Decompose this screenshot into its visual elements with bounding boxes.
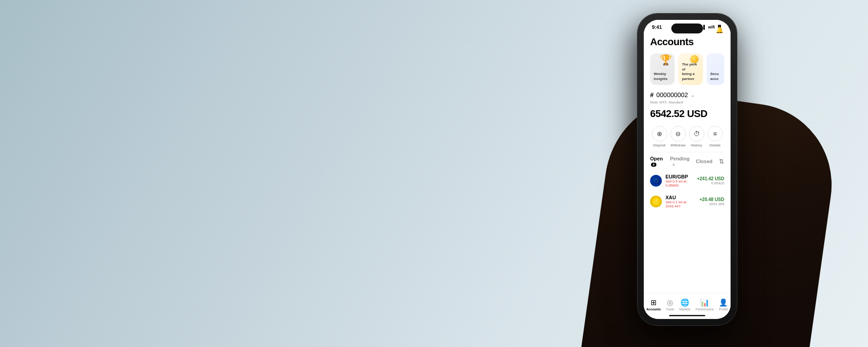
sort-icon[interactable]: ⇅ (719, 158, 724, 165)
trade-pnl-value-eurgbp: +241.42 USD (697, 176, 724, 181)
account-chevron-icon: ⌄ (691, 93, 694, 98)
coin-icon (690, 55, 698, 63)
markets-nav-label: Markets (679, 308, 690, 311)
home-indicator (669, 315, 705, 316)
bottom-nav: ⊞ Accounts ◎ Trade 🌐 Markets 📊 Performan… (644, 293, 731, 315)
wifi-icon: wifi (708, 25, 715, 29)
promo-card-weekly-insights[interactable]: 🏆 WeeklyInsights (650, 53, 675, 85)
flag-xau: ⭐ (650, 196, 662, 207)
details-label: Details (709, 143, 720, 147)
dynamic-island (671, 23, 703, 33)
trade-pnl-xau: +20.48 USD 2041.399 (699, 197, 724, 206)
account-tag-real: Real (650, 100, 657, 104)
trade-price-eurgbp: 0.85420 (697, 181, 724, 185)
action-buttons: ⊕ Deposit ⊖ Withdraw ⏱ History ≡ Details (644, 124, 731, 152)
history-button[interactable]: ⏱ History (689, 126, 704, 147)
trade-nav-label: Trade (666, 308, 674, 311)
profile-nav-label: Profile (719, 308, 728, 311)
phone-frame: 9:41 ▌▌▌ wifi ▐▌ 🔔 Accounts 🏆 WeeklyInsi… (637, 14, 737, 325)
performance-nav-icon: 📊 (700, 298, 709, 307)
trade-list: 🇪🇺 EUR/GBP Sell 0.5 lot at 0.85800 +241.… (644, 169, 731, 214)
page-title: Accounts (650, 36, 724, 48)
notification-bell[interactable]: 🔔 (716, 26, 723, 33)
phone-screen: 9:41 ▌▌▌ wifi ▐▌ 🔔 Accounts 🏆 WeeklyInsi… (644, 20, 731, 319)
tabs-bar: Open 6 Pending 3 Closed ⇅ (644, 152, 731, 169)
tab-pending-badge: 3 (671, 163, 676, 167)
status-time: 9:41 (652, 24, 662, 30)
page-header: Accounts (644, 33, 731, 51)
trade-pair-xau: XAU (665, 195, 696, 200)
accounts-nav-icon: ⊞ (651, 298, 656, 307)
history-icon: ⏱ (689, 126, 704, 141)
balance-amount: 6542.52 USD (650, 108, 708, 119)
perk-partner-label: The perk ofbeing a partner (682, 62, 699, 81)
withdraw-icon: ⊖ (670, 126, 686, 141)
withdraw-label: Withdraw (670, 143, 685, 147)
nav-profile[interactable]: 👤 Profile (719, 298, 728, 311)
tab-pending-label: Pending (670, 156, 689, 161)
accounts-nav-label: Accounts (646, 308, 661, 311)
account-hash: # (650, 91, 654, 98)
tab-open-label: Open (650, 156, 663, 161)
performance-nav-label: Performance (696, 308, 714, 311)
nav-accounts[interactable]: ⊞ Accounts (646, 298, 661, 311)
balance-section: 6542.52 USD (644, 106, 731, 124)
tab-open-badge: 6 (651, 163, 656, 167)
trade-pnl-value-xau: +20.48 USD (699, 197, 724, 202)
tab-pending[interactable]: Pending 3 (670, 156, 689, 167)
trade-info-xau: XAU Sell 0.1 lot at 2043.447 (665, 195, 696, 208)
nav-performance[interactable]: 📊 Performance (696, 298, 714, 311)
markets-nav-icon: 🌐 (680, 298, 689, 307)
deposit-icon: ⊕ (652, 126, 667, 141)
weekly-insights-label: WeeklyInsights (654, 72, 671, 81)
details-icon: ≡ (708, 126, 723, 141)
promo-card-secure[interactable]: Secuacco (707, 53, 724, 85)
secure-label: Secuacco (710, 72, 721, 81)
nav-markets[interactable]: 🌐 Markets (679, 298, 690, 311)
tab-open[interactable]: Open 6 (650, 156, 664, 167)
flag-eurgbp: 🇪🇺 (650, 175, 662, 187)
deposit-button[interactable]: ⊕ Deposit (652, 126, 667, 147)
history-label: History (691, 143, 702, 147)
tab-closed-label: Closed (696, 159, 712, 164)
trophy-icon: 🏆 (660, 54, 672, 66)
tab-closed[interactable]: Closed (696, 159, 712, 164)
screen-body: Accounts 🏆 WeeklyInsights The perk ofbei… (644, 33, 731, 315)
trade-row-eurgbp[interactable]: 🇪🇺 EUR/GBP Sell 0.5 lot at 0.85800 +241.… (644, 170, 731, 191)
trade-pnl-eurgbp: +241.42 USD 0.85420 (697, 176, 724, 185)
trade-detail-xau: Sell 0.1 lot at 2043.447 (665, 200, 696, 208)
details-button[interactable]: ≡ Details (708, 126, 723, 147)
account-tag-standard: Standard (668, 100, 683, 104)
trade-pair-eurgbp: EUR/GBP (665, 174, 693, 179)
profile-nav-icon: 👤 (719, 298, 728, 307)
deposit-label: Deposit (653, 143, 665, 147)
trade-detail-eurgbp: Sell 0.5 lot at 0.85800 (665, 179, 693, 188)
trade-price-xau: 2041.399 (699, 202, 724, 206)
nav-trade[interactable]: ◎ Trade (666, 298, 674, 311)
trade-nav-icon: ◎ (667, 298, 673, 307)
trade-info-eurgbp: EUR/GBP Sell 0.5 lot at 0.85800 (665, 174, 693, 188)
withdraw-button[interactable]: ⊖ Withdraw (670, 126, 686, 147)
account-number: 000000002 (656, 91, 688, 98)
trade-row-xau[interactable]: ⭐ XAU Sell 0.1 lot at 2043.447 +20.48 US… (644, 191, 731, 212)
account-tags: Real MT5 Standard (644, 99, 731, 106)
account-selector[interactable]: # 000000002 ⌄ (644, 89, 731, 99)
promo-card-perk-partner[interactable]: The perk ofbeing a partner (678, 53, 703, 85)
promo-cards-row: 🏆 WeeklyInsights The perk ofbeing a part… (644, 51, 731, 89)
account-tag-mt5: MT5 (659, 100, 666, 104)
